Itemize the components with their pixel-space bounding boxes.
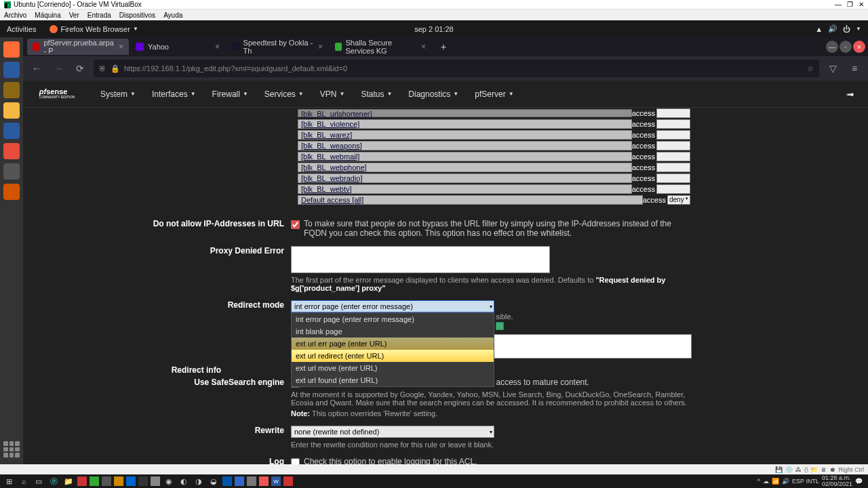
dropdown-option[interactable]: ext url move (enter URL): [292, 362, 494, 374]
network-icon[interactable]: ▲: [815, 25, 823, 33]
vbox-menu-ver[interactable]: Ver: [69, 12, 79, 19]
volume-icon[interactable]: 🔊: [828, 24, 837, 33]
taskbar-app-icon[interactable]: [114, 476, 123, 486]
dock-show-apps[interactable]: [3, 441, 20, 458]
bookmark-star-icon[interactable]: ☆: [807, 64, 814, 73]
vbox-menu-archivo[interactable]: Archivo: [4, 12, 26, 19]
acl-mode-select[interactable]: deny▾: [667, 195, 690, 205]
taskbar-app-icon[interactable]: [102, 476, 111, 486]
nav-services[interactable]: Services▼: [258, 81, 311, 108]
chrome-icon[interactable]: ◉: [163, 476, 175, 487]
taskbar-app-icon[interactable]: ◑: [193, 476, 205, 487]
task-view-icon[interactable]: ▭: [33, 476, 45, 487]
new-tab-button[interactable]: +: [435, 39, 452, 55]
dock-firefox-icon[interactable]: [3, 41, 20, 58]
taskbar-app-icon[interactable]: [90, 476, 99, 486]
dropdown-option[interactable]: int error page (enter error message): [292, 313, 494, 325]
clipboard-icon[interactable]: [496, 322, 504, 330]
tab-close-icon[interactable]: ×: [215, 42, 220, 52]
firefox-close[interactable]: ×: [853, 41, 865, 53]
nav-system[interactable]: System▼: [94, 81, 142, 108]
taskbar-app-icon[interactable]: [235, 476, 244, 486]
vbox-menu-dispositivos[interactable]: Dispositivos: [119, 12, 155, 19]
dock-thunderbird-icon[interactable]: [3, 62, 20, 78]
dock-help-icon[interactable]: [3, 163, 20, 180]
nav-pfserver[interactable]: pfServer▼: [468, 81, 520, 108]
taskbar-app-icon[interactable]: [247, 476, 256, 486]
tray-chevron[interactable]: ^: [757, 478, 760, 485]
rewrite-select[interactable]: none (rewrite not defined) ▾: [291, 426, 494, 438]
browser-tab[interactable]: pfServer.prueba.arpa - P ×: [27, 39, 129, 55]
edge-icon[interactable]: ⓔ: [47, 476, 60, 487]
dropdown-option[interactable]: ext url err page (enter URL): [292, 338, 494, 350]
taskbar-app-icon[interactable]: [283, 476, 293, 486]
taskbar-app-icon[interactable]: ◐: [178, 476, 190, 487]
browser-tab[interactable]: Speedtest by Ookla - Th ×: [226, 39, 328, 55]
firefox-minimize[interactable]: —: [826, 41, 838, 53]
acl-mode-select[interactable]: ▾: [656, 184, 690, 194]
minimize-button[interactable]: —: [835, 1, 842, 8]
url-bar[interactable]: ⛨ 🔒 https://192.168.1.1/pkg_edit.php?xml…: [94, 60, 819, 77]
vbox-menu-ayuda[interactable]: Ayuda: [163, 12, 182, 19]
proxy-error-textarea[interactable]: [291, 246, 550, 273]
dock-amazon-icon[interactable]: [3, 184, 20, 200]
tab-close-icon[interactable]: ×: [421, 42, 426, 52]
maximize-button[interactable]: ❐: [847, 1, 853, 8]
word-icon[interactable]: W: [271, 476, 281, 486]
tray-lang[interactable]: ESP INTL: [792, 478, 819, 485]
acl-mode-select[interactable]: ▾: [656, 119, 690, 129]
clock[interactable]: sep 2 01:28: [414, 25, 454, 33]
dropdown-option[interactable]: ext url found (enter URL): [292, 374, 494, 386]
current-app-indicator[interactable]: Firefox Web Browser ▼: [50, 25, 138, 33]
tray-notifications-icon[interactable]: 💬: [855, 478, 863, 485]
vbox-menu-entrada[interactable]: Entrada: [87, 12, 111, 19]
activities-button[interactable]: Activities: [7, 25, 36, 33]
nav-interfaces[interactable]: Interfaces▼: [145, 81, 203, 108]
firefox-maximize[interactable]: ▫: [840, 41, 852, 53]
tab-close-icon[interactable]: ×: [318, 42, 323, 52]
dock-rhythmbox-icon[interactable]: [3, 102, 20, 119]
close-button[interactable]: ✕: [859, 1, 864, 8]
taskbar-app-icon[interactable]: [151, 476, 160, 486]
tray-onedrive-icon[interactable]: ☁: [763, 478, 769, 485]
acl-mode-select[interactable]: ▾: [656, 163, 690, 172]
log-checkbox[interactable]: [291, 458, 300, 464]
explorer-icon[interactable]: 📁: [62, 476, 75, 487]
menu-button[interactable]: ≡: [846, 60, 863, 77]
taskbar-app-icon[interactable]: [259, 476, 269, 486]
browser-tab[interactable]: Yahoo ×: [130, 39, 225, 55]
system-tray[interactable]: ▲ 🔊 ⏻ ▼: [815, 24, 861, 33]
tab-close-icon[interactable]: ×: [119, 42, 123, 52]
pfsense-logo[interactable]: pfsenseCOMMUNITY EDITION: [37, 86, 77, 102]
taskbar-app-icon[interactable]: [126, 476, 136, 486]
tray-wifi-icon[interactable]: 📶: [772, 478, 779, 485]
logout-button[interactable]: ➟: [846, 89, 854, 100]
redirect-mode-select[interactable]: int error page (enter error message) ▾: [291, 300, 494, 312]
nav-vpn[interactable]: VPN▼: [313, 81, 352, 108]
dock-software-icon[interactable]: [3, 143, 20, 159]
taskbar-app-icon[interactable]: [77, 476, 87, 486]
forward-button[interactable]: →: [50, 60, 66, 77]
search-icon[interactable]: ⌕: [18, 476, 30, 487]
acl-mode-select[interactable]: ▾: [656, 108, 690, 118]
windows-start-button[interactable]: ⊞: [3, 476, 15, 487]
back-button[interactable]: ←: [28, 60, 45, 77]
browser-tab[interactable]: Shalla Secure Services KG ×: [330, 39, 431, 55]
vbox-menu-maquina[interactable]: Máquina: [35, 12, 60, 19]
dropdown-option[interactable]: int blank page: [292, 325, 494, 338]
acl-mode-select[interactable]: ▾: [656, 152, 690, 161]
acl-mode-select[interactable]: ▾: [656, 174, 690, 183]
ip-block-checkbox[interactable]: [291, 220, 300, 229]
nav-diagnostics[interactable]: Diagnostics▼: [401, 81, 465, 108]
taskbar-app-icon[interactable]: ◒: [208, 476, 220, 487]
dock-files-icon[interactable]: [3, 82, 20, 98]
taskbar-app-icon[interactable]: [138, 476, 148, 486]
virtualbox-icon[interactable]: [222, 476, 232, 486]
nav-firewall[interactable]: Firewall▼: [205, 81, 255, 108]
reload-button[interactable]: ⟳: [72, 60, 88, 77]
dropdown-option[interactable]: ext url redirect (enter URL): [292, 350, 494, 362]
acl-mode-select[interactable]: ▾: [656, 141, 690, 150]
pocket-icon[interactable]: ▽: [825, 60, 841, 77]
acl-mode-select[interactable]: ▾: [656, 130, 690, 140]
dock-libreoffice-icon[interactable]: [3, 123, 20, 139]
